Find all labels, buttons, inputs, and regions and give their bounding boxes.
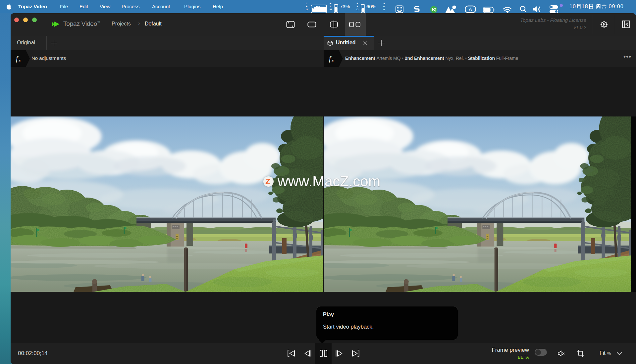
svg-text:A: A [469,7,472,12]
